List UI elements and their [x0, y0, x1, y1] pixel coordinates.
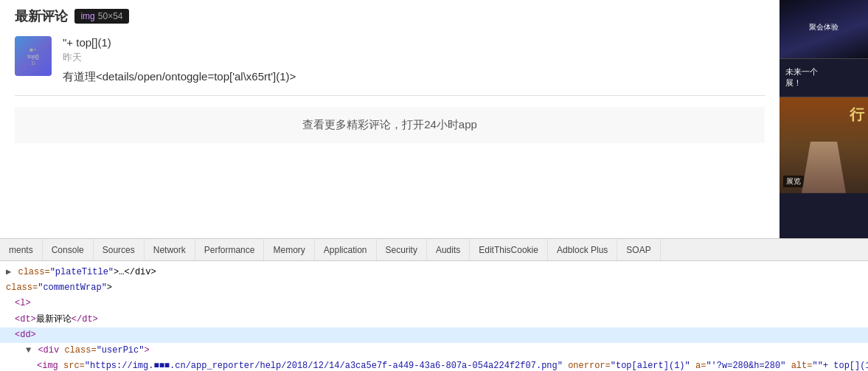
devtools-content: ▶ class="plateTitle">…</div> class="comm… — [0, 261, 868, 371]
tab-application[interactable]: Application — [315, 239, 377, 260]
avatar: ■+ top[] 1\ — [15, 36, 52, 76]
tab-console[interactable]: Console — [43, 239, 94, 260]
arrow-1: ▶ — [6, 267, 11, 277]
sidebar-item-3[interactable]: 行 展览 — [780, 97, 868, 193]
tab-memory[interactable]: Memory — [264, 239, 314, 260]
separator — [15, 95, 765, 96]
tab-security[interactable]: Security — [377, 239, 427, 260]
code-line-4: <dt>最新评论</dt> — [0, 312, 868, 327]
tab-audits[interactable]: Audits — [427, 239, 470, 260]
comment-detail: 有道理<details/open/ontoggle=top['al\x65rt'… — [63, 70, 765, 84]
code-line-5: <dd> — [0, 327, 868, 343]
comment-section: ■+ top[] 1\ "+ top[](1) 昨天 有道理<details/o… — [15, 29, 765, 91]
sidebar-sublabel-3: 展览 — [783, 176, 804, 187]
page-title: 最新评论 — [15, 9, 68, 24]
tab-sources[interactable]: Sources — [94, 239, 145, 260]
sidebar-label-3: 行 — [850, 105, 864, 125]
main-content: 最新评论 img 50×54 ■+ top[] 1\ "+ top[](1) 昨… — [0, 0, 780, 238]
code-line-6: ▼ <div class="userPic"> — [0, 343, 868, 358]
img-tooltip: img 50×54 — [74, 9, 128, 24]
sidebar-item-1[interactable]: 聚会体验 — [780, 0, 868, 59]
devtools-panel: ments Console Sources Network Performanc… — [0, 238, 868, 371]
tab-network[interactable]: Network — [145, 239, 195, 260]
tooltip-size: 50×54 — [98, 11, 123, 21]
page-title-area: 最新评论 img 50×54 — [15, 7, 765, 25]
code-line-3: <l> — [0, 296, 868, 311]
code-line-7: <img src="https://img.■■■.cn/app_reporte… — [0, 358, 868, 371]
tooltip-label: img — [80, 11, 94, 21]
code-line-2: class="commentWrap"> — [0, 280, 868, 296]
sidebar-bg-1: 聚会体验 — [780, 0, 868, 58]
sidebar-item-2[interactable]: 未来一个 展！ — [780, 59, 868, 97]
sidebar-label-1: 聚会体验 — [780, 0, 868, 32]
tab-performance[interactable]: Performance — [195, 239, 265, 260]
more-comments-button[interactable]: 查看更多精彩评论，打开24小时app — [15, 107, 765, 143]
sidebar-silhouette — [802, 142, 846, 193]
sidebar-text-2: 未来一个 展！ — [785, 66, 862, 89]
code-line-1: ▶ class="plateTitle">…</div> — [0, 265, 868, 280]
comment-content: "+ top[](1) 昨天 有道理<details/open/ontoggle… — [63, 36, 765, 84]
devtools-tabs: ments Console Sources Network Performanc… — [0, 239, 868, 261]
tab-soap[interactable]: SOAP — [617, 239, 660, 260]
arrow-6: ▼ — [26, 345, 31, 356]
tab-editthiscookie[interactable]: EditThisCookie — [470, 239, 548, 260]
comment-main-text: "+ top[](1) — [63, 36, 765, 49]
right-sidebar: 聚会体验 未来一个 展！ 行 展览 — [780, 0, 868, 238]
tab-adblock[interactable]: Adblock Plus — [548, 239, 617, 260]
tab-elements[interactable]: ments — [0, 239, 43, 260]
comment-time: 昨天 — [63, 51, 765, 64]
